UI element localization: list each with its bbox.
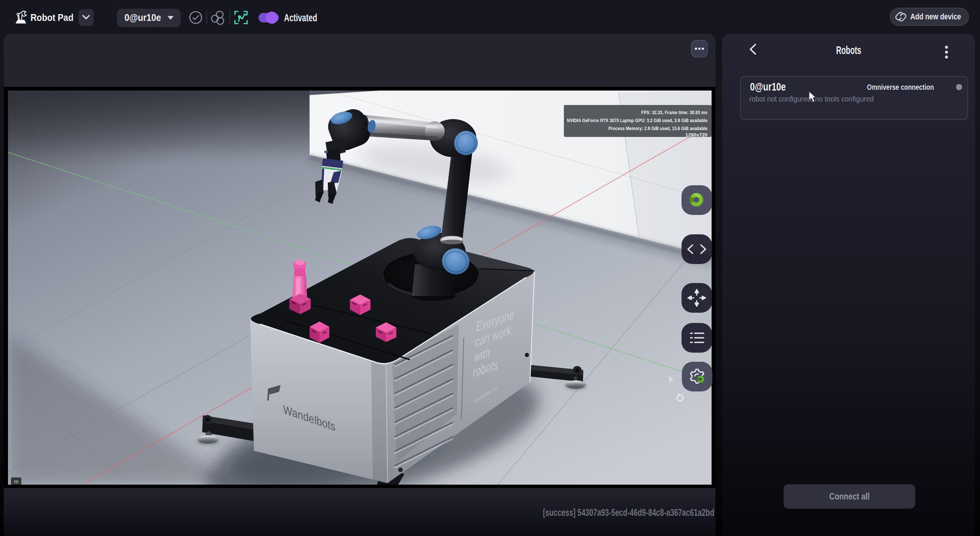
svg-text:1280x720: 1280x720	[685, 132, 707, 138]
svg-text:Process Memory: 2.9 GiB used,: Process Memory: 2.9 GiB used, 15.6 GiB a…	[608, 126, 707, 131]
svg-text:[success] 54307a93-5ecd-46d9-8: [success] 54307a93-5ecd-46d9-84c8-a367ac…	[543, 507, 714, 518]
svg-text:Robots: Robots	[836, 44, 861, 56]
svg-text:0@ur10e: 0@ur10e	[750, 81, 786, 93]
svg-text:Activated: Activated	[284, 12, 317, 24]
svg-text:NVIDIA GeForce RTX 3070 Laptop: NVIDIA GeForce RTX 3070 Laptop GPU: 3.2 …	[567, 118, 707, 123]
svg-text:Add new device: Add new device	[910, 12, 961, 21]
svg-text:Omniverse connection: Omniverse connection	[867, 83, 934, 91]
svg-text:FPS: 32.33, Frame time: 30.93: FPS: 32.33, Frame time: 30.93 ms	[641, 110, 707, 115]
svg-text:Connect all: Connect all	[829, 491, 870, 501]
svg-text:m: m	[14, 479, 19, 485]
svg-text:Robot Pad: Robot Pad	[30, 12, 73, 23]
svg-text:0@ur10e: 0@ur10e	[124, 12, 161, 23]
